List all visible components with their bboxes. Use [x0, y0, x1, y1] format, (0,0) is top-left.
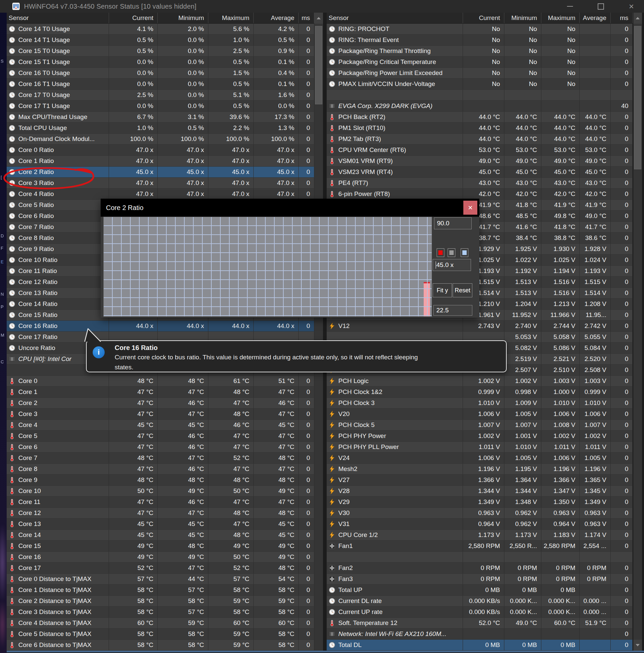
table-row[interactable]: Current DL rate0.000 KB/s0.000 K...0.000…	[327, 596, 633, 607]
table-row[interactable]: V122.743 V2.740 V2.744 V2.742 V0	[327, 321, 633, 332]
table-row[interactable]: Core 1 Ratio47.0 x47.0 x47.0 x47.0 x0	[7, 156, 314, 167]
table-row[interactable]: Package/Ring Power Limit ExceededNoNoNo0	[327, 68, 633, 79]
table-row[interactable]: Package/Ring Thermal ThrottlingNoNoNo0	[327, 46, 633, 57]
table-row[interactable]: V281.344 V1.344 V1.347 V1.345 V0	[327, 486, 633, 497]
table-row[interactable]: Core 5 Distance to TjMAX58 °C58 °C59 °C5…	[7, 629, 314, 640]
table-row[interactable]: V271.366 V1.364 V1.366 V1.365 V0	[327, 475, 633, 486]
table-row[interactable]: Total DL0 MB0 MB0 MB0	[327, 640, 633, 651]
table-row[interactable]: Max CPU/Thread Usage6.7 %3.1 %39.6 %17.3…	[7, 112, 314, 123]
scrollbar-thumb[interactable]	[634, 26, 641, 169]
popup-title-bar[interactable]: Core 2 Ratio ×	[101, 199, 479, 217]
table-row[interactable]: Core 16 T1 Usage0.0 %0.0 %0.5 %0.1 %0	[7, 79, 314, 90]
close-button[interactable]: ×	[625, 0, 638, 13]
color-swatch-red[interactable]	[437, 248, 444, 257]
table-row[interactable]: Core 15 T0 Usage0.5 %0.0 %2.5 %0.9 %0	[7, 46, 314, 57]
table-row[interactable]: Core 347 °C47 °C48 °C47 °C0	[7, 409, 314, 420]
table-row[interactable]: Core 17 T1 Usage0.0 %0.0 %0.5 %0.0 %0	[7, 101, 314, 112]
table-row[interactable]: Core 1345 °C45 °C47 °C45 °C0	[7, 519, 314, 530]
table-row[interactable]: Core 1247 °C47 °C48 °C48 °C0	[7, 508, 314, 519]
table-row[interactable]: Core 748 °C47 °C52 °C48 °C0	[7, 453, 314, 464]
table-row[interactable]: PCH PHY PLL Power1.011 V1.010 V1.011 V1.…	[327, 442, 633, 453]
fit-y-button[interactable]: Fit y	[433, 283, 452, 297]
color-swatch-gray[interactable]	[448, 248, 455, 257]
table-row[interactable]: PMAX Limit/VCCIN Under-VoltageNoNoNo0	[327, 79, 633, 90]
left-scrollbar[interactable]	[314, 13, 323, 651]
column-header-maximum[interactable]: Maximum	[541, 13, 580, 23]
table-row[interactable]: Core 17 T0 Usage2.5 %0.0 %5.1 %1.6 %0	[7, 90, 314, 101]
column-header-sensor[interactable]: Sensor	[7, 13, 109, 23]
table-row[interactable]: Network: Intel Wi-Fi 6E AX210 160M...0	[327, 629, 633, 640]
column-header-maximum[interactable]: Maximum	[208, 13, 254, 23]
table-row[interactable]: Core 0 Ratio47.0 x47.0 x47.0 x47.0 x0	[7, 145, 314, 156]
column-header-current[interactable]: Current	[463, 13, 504, 23]
table-row[interactable]: V310.964 V0.962 V0.964 V0.963 V0	[327, 519, 633, 530]
table-row[interactable]: Core 1147 °C46 °C47 °C47 °C0	[7, 497, 314, 508]
table-row[interactable]: VSM01 VRM (RT9)49.0 °C49.0 °C49.0 °C49.0…	[327, 156, 633, 167]
table-row[interactable]: Core 3 Distance to TjMAX58 °C57 °C58 °C5…	[7, 607, 314, 618]
table-row[interactable]: Fan30 RPM0 RPM0 RPM0 RPM0	[327, 574, 633, 585]
column-header-minimum[interactable]: Minimum	[504, 13, 541, 23]
maximize-button[interactable]	[594, 0, 607, 13]
table-row[interactable]: PCH Back (RT2)44.0 °C44.0 °C44.0 °C44.0 …	[327, 112, 633, 123]
y-max-input[interactable]: 90.0	[434, 217, 472, 229]
table-row[interactable]: RING: PROCHOTNoNoNo0	[327, 24, 633, 35]
table-row[interactable]: Core 3 Ratio47.0 x47.0 x47.0 x47.0 x0	[7, 178, 314, 189]
table-row[interactable]: Soft. Temperature 1252.0 °C49.0 °C60.0 °…	[327, 618, 633, 629]
table-row[interactable]: On-Demand Clock Modul...100.0 %100.0 %10…	[7, 134, 314, 145]
scrollbar-thumb[interactable]	[315, 26, 322, 104]
table-row[interactable]: VSM23 VRM (RT4)45.0 °C45.0 °C45.0 °C45.0…	[327, 167, 633, 178]
table-row[interactable]: 6-pin Power (RT8)42.0 °C42.0 °C42.0 °C42…	[327, 189, 633, 200]
table-row[interactable]: CPU Core 1/21.173 V1.173 V1.183 V1.174 V…	[327, 530, 633, 541]
table-row[interactable]: Core 0 Distance to TjMAX57 °C44 °C57 °C5…	[7, 574, 314, 585]
table-row[interactable]: Core 1445 °C45 °C48 °C45 °C0	[7, 530, 314, 541]
scroll-up-icon[interactable]	[633, 13, 642, 24]
table-row[interactable]: PCH Clock 1&20.999 V0.998 V1.000 V0.999 …	[327, 387, 633, 398]
table-row[interactable]: Total CPU Usage1.0 %0.5 %2.2 %1.3 %0	[7, 123, 314, 134]
table-row[interactable]: Core 15 T1 Usage0.0 %0.0 %0.5 %0.1 %0	[7, 57, 314, 68]
table-row[interactable]: Core 147 °C47 °C48 °C47 °C0	[7, 387, 314, 398]
reset-button[interactable]: Reset	[453, 283, 472, 297]
table-row[interactable]: Core 14 T0 Usage4.1 %2.0 %5.6 %4.2 %0	[7, 24, 314, 35]
column-header-ms[interactable]: ms	[611, 13, 633, 23]
table-row[interactable]: EVGA Corp. X299 DARK (EVGA)40	[327, 101, 633, 112]
table-row[interactable]: V241.006 V1.005 V1.006 V1.005 V0	[327, 453, 633, 464]
table-row[interactable]: PCH Logic1.002 V1.002 V1.003 V1.003 V0	[327, 376, 633, 387]
color-swatch-blue[interactable]	[461, 248, 468, 257]
table-row[interactable]: Core 1 Distance to TjMAX58 °C57 °C58 °C5…	[7, 585, 314, 596]
table-row[interactable]: Core 1752 °C47 °C52 °C48 °C0	[7, 563, 314, 574]
table-row[interactable]: PCH Clock 51.007 V1.007 V1.008 V1.007 V0	[327, 420, 633, 431]
table-row[interactable]: PCH Clock 31.010 V1.009 V1.010 V1.010 V0	[327, 398, 633, 409]
table-row[interactable]	[327, 90, 633, 101]
column-header-average[interactable]: Average	[580, 13, 611, 23]
table-row[interactable]: Core 4 Distance to TjMAX60 °C59 °C60 °C6…	[7, 618, 314, 629]
table-row[interactable]: Core 547 °C46 °C47 °C47 °C0	[7, 431, 314, 442]
table-row[interactable]: PCH PHY Power1.002 V1.001 V1.002 V1.002 …	[327, 431, 633, 442]
table-row[interactable]: Core 1649 °C49 °C50 °C49 °C0	[7, 552, 314, 563]
y-min-input[interactable]: 22.5	[433, 305, 472, 316]
column-header-average[interactable]: Average	[254, 13, 299, 23]
table-row[interactable]: PE4 (RT7)43.0 °C43.0 °C43.0 °C43.0 °C0	[327, 178, 633, 189]
table-row[interactable]: Core 948 °C48 °C48 °C48 °C0	[7, 475, 314, 486]
table-row[interactable]: V291.349 V1.348 V1.350 V1.349 V0	[327, 497, 633, 508]
column-header-current[interactable]: Current	[109, 13, 158, 23]
table-row[interactable]: Core 445 °C45 °C46 °C45 °C0	[7, 420, 314, 431]
right-scrollbar[interactable]	[633, 13, 642, 651]
table-row[interactable]: Core 2 Distance to TjMAX58 °C58 °C59 °C5…	[7, 596, 314, 607]
table-row[interactable]: Core 2 Ratio45.0 x45.0 x45.0 x45.0 x0	[7, 167, 314, 178]
table-row[interactable]: Core 16 Ratio44.0 x44.0 x44.0 x44.0 x0	[7, 321, 314, 332]
table-row[interactable]: Core 847 °C46 °C47 °C47 °C0	[7, 464, 314, 475]
table-row[interactable]: Core 647 °C46 °C47 °C47 °C0	[7, 442, 314, 453]
table-row[interactable]: PM2 Tab (RT3)44.0 °C44.0 °C44.0 °C44.0 °…	[327, 134, 633, 145]
table-row[interactable]: Core 1549 °C48 °C49 °C49 °C0	[7, 541, 314, 552]
table-row[interactable]: Core 247 °C46 °C47 °C46 °C0	[7, 398, 314, 409]
table-row[interactable]: V300.963 V0.962 V0.963 V0.963 V0	[327, 508, 633, 519]
table-row[interactable]	[327, 552, 633, 563]
table-row[interactable]: Core 4 Ratio47.0 x47.0 x47.0 x47.0 x0	[7, 189, 314, 200]
current-value-input[interactable]: 45.0 x	[433, 259, 471, 271]
column-header-minimum[interactable]: Minimum	[158, 13, 208, 23]
table-row[interactable]: Core 16 T0 Usage0.0 %0.0 %1.5 %0.4 %0	[7, 68, 314, 79]
table-row[interactable]: Mesh21.196 V1.195 V1.196 V1.196 V0	[327, 464, 633, 475]
table-row[interactable]: Fan12,580 RPM2,550 R...2,580 RPM2,554 ..…	[327, 541, 633, 552]
table-row[interactable]: CPU VRM Center (RT6)53.0 °C53.0 °C53.0 °…	[327, 145, 633, 156]
column-header-sensor[interactable]: Sensor	[327, 13, 463, 23]
